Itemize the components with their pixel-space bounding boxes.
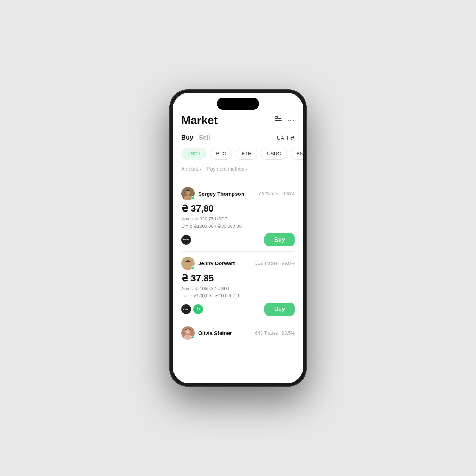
user-info-jenny: Jenny Dorwart <box>181 257 235 270</box>
chip-btc[interactable]: BTC <box>210 148 232 160</box>
online-dot-jenny <box>191 266 194 270</box>
online-dot-sergey <box>191 196 194 200</box>
price-sergey: ₴ 37,80 <box>181 203 295 214</box>
user-info-sergey: Sergey Thompson <box>181 187 244 200</box>
page-title: Market <box>181 114 218 127</box>
limit-sergey: Limit: ₴1000,00 - ₴30 000,00 <box>181 223 295 230</box>
listing-olivia: Olivia Steiner 643 Trades | 98,5% <box>181 321 295 347</box>
listing-footer-sergey: mono Buy <box>181 233 295 246</box>
online-dot-olivia <box>191 336 194 339</box>
trade-stats-sergey: 85 Trades | 100% <box>259 191 295 196</box>
divider-sergey: | <box>281 191 283 196</box>
header: Market ··· <box>181 114 295 127</box>
payment-filter[interactable]: Payment method ▾ <box>207 166 248 172</box>
trades-olivia: 643 Trades <box>255 330 278 336</box>
amount-filter[interactable]: Amount ▾ <box>181 166 201 172</box>
limit-jenny: Limit: ₴500,00 - ₴10 000,00 <box>181 292 295 300</box>
chip-eth[interactable]: ETH <box>236 148 257 160</box>
amount-filter-label: Amount <box>181 166 198 172</box>
filter-bar: Amount ▾ Payment method ▾ <box>181 166 295 176</box>
mono-icon-sergey: mono <box>181 235 191 245</box>
currency-icon: ⇄ <box>290 135 295 141</box>
chip-usdt[interactable]: USDT <box>181 148 207 160</box>
chip-usdc[interactable]: USDC <box>261 148 287 160</box>
avatar-wrap-olivia <box>181 326 195 340</box>
listing-header-olivia: Olivia Steiner 643 Trades | 98,5% <box>181 326 295 340</box>
chip-bnb[interactable]: BNB <box>291 148 303 160</box>
payment-icons-jenny: mono ↻ <box>181 304 203 314</box>
phone-screen: Market ··· <box>173 93 303 383</box>
user-name-jenny: Jenny Dorwart <box>198 260 235 266</box>
trades-sergey: 85 Trades <box>259 191 279 196</box>
amount-chevron-icon: ▾ <box>200 167 201 171</box>
price-jenny: ₴ 37.85 <box>181 273 295 284</box>
amount-sergey: Amount: 920,75 USDT <box>181 215 295 223</box>
trade-stats-olivia: 643 Trades | 98,5% <box>255 330 295 336</box>
more-icon[interactable]: ··· <box>287 117 295 124</box>
list-icon[interactable] <box>274 115 282 126</box>
header-icons: ··· <box>274 115 295 126</box>
user-name-olivia: Olivia Steiner <box>198 330 232 336</box>
trade-stats-jenny: 332 Trades | 99,8% <box>255 261 295 266</box>
payment-icons-sergey: mono <box>181 235 191 245</box>
phone-frame: Market ··· <box>169 89 307 387</box>
avatar-wrap-sergey <box>181 187 195 200</box>
listing-sergey: Sergey Thompson 85 Trades | 100% ₴ 37,80… <box>181 182 295 252</box>
screen-content: Market ··· <box>173 93 303 383</box>
listing-footer-jenny: mono ↻ Buy <box>181 303 295 316</box>
trades-jenny: 332 Trades <box>255 261 278 266</box>
tab-buy[interactable]: Buy <box>181 134 193 141</box>
listing-header-jenny: Jenny Dorwart 332 Trades | 99,8% <box>181 257 295 270</box>
details-sergey: Amount: 920,75 USDT Limit: ₴1000,00 - ₴3… <box>181 215 295 230</box>
listing-jenny: Jenny Dorwart 332 Trades | 99,8% ₴ 37.85… <box>181 252 295 322</box>
dynamic-island <box>217 98 259 110</box>
success-olivia: 98,5% <box>282 330 295 336</box>
avatar-wrap-jenny <box>181 257 195 270</box>
payment-filter-label: Payment method <box>207 166 244 172</box>
buy-button-sergey[interactable]: Buy <box>264 233 295 246</box>
amount-jenny: Amount: 1050.82 USDT <box>181 285 295 293</box>
svg-rect-0 <box>275 116 277 119</box>
tab-sell[interactable]: Sell <box>199 134 210 141</box>
user-name-sergey: Sergey Thompson <box>198 191 244 197</box>
success-sergey: 100% <box>283 191 295 196</box>
tab-group: Buy Sell <box>181 134 210 141</box>
tab-bar: Buy Sell UAH ⇄ <box>181 134 295 141</box>
currency-switch[interactable]: UAH ⇄ <box>277 135 295 141</box>
currency-label: UAH <box>277 135 288 141</box>
payment-chevron-icon: ▾ <box>246 167 248 171</box>
crypto-icon-jenny: ↻ <box>193 304 203 314</box>
user-info-olivia: Olivia Steiner <box>181 326 232 340</box>
details-jenny: Amount: 1050.82 USDT Limit: ₴500,00 - ₴1… <box>181 285 295 300</box>
crypto-chips: USDT BTC ETH USDC BNB <box>181 148 295 160</box>
buy-button-jenny[interactable]: Buy <box>264 303 295 316</box>
success-jenny: 99,8% <box>282 261 295 266</box>
mono-icon-jenny: mono <box>181 304 191 314</box>
listing-header-sergey: Sergey Thompson 85 Trades | 100% <box>181 187 295 200</box>
